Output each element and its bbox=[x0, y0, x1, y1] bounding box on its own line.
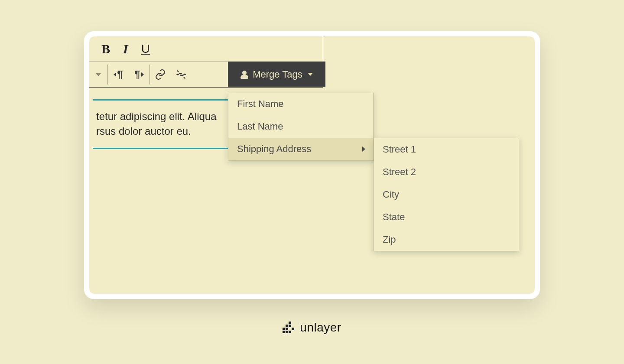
svg-line-1 bbox=[184, 78, 185, 78]
editor-viewport: B I U ¶ ¶ bbox=[89, 36, 535, 294]
person-icon bbox=[240, 71, 248, 78]
link-icon bbox=[155, 69, 166, 80]
merge-tag-item-first-name[interactable]: First Name bbox=[228, 93, 373, 115]
submenu-label: City bbox=[383, 189, 399, 200]
submenu-item-zip[interactable]: Zip bbox=[374, 228, 519, 251]
rtl-button[interactable]: ¶ bbox=[129, 62, 150, 87]
merge-tags-button[interactable]: Merge Tags bbox=[228, 62, 325, 87]
unlink-icon bbox=[176, 69, 187, 80]
caret-down-icon bbox=[96, 73, 101, 76]
shipping-address-submenu: Street 1 Street 2 City State Zip bbox=[374, 138, 519, 251]
merge-tag-label: Last Name bbox=[237, 121, 283, 132]
merge-tag-label: First Name bbox=[237, 98, 284, 110]
submenu-label: Street 2 bbox=[383, 166, 416, 178]
submenu-item-state[interactable]: State bbox=[374, 206, 519, 228]
chevron-right-icon bbox=[362, 146, 365, 152]
submenu-item-street-1[interactable]: Street 1 bbox=[374, 138, 519, 161]
toolbar-row-formatting: B I U bbox=[89, 36, 323, 62]
merge-tags-label: Merge Tags bbox=[253, 69, 302, 80]
submenu-label: State bbox=[383, 211, 405, 223]
merge-tag-item-shipping-address[interactable]: Shipping Address bbox=[228, 138, 373, 160]
pilcrow-icon: ¶ bbox=[117, 68, 123, 81]
underline-button[interactable]: U bbox=[141, 42, 150, 56]
toolbar-divider bbox=[150, 65, 150, 84]
card-frame: B I U ¶ ¶ bbox=[84, 31, 540, 299]
merge-tag-item-last-name[interactable]: Last Name bbox=[228, 115, 373, 138]
footer: unlayer bbox=[0, 321, 624, 335]
link-button[interactable] bbox=[150, 62, 171, 87]
svg-line-0 bbox=[177, 71, 178, 72]
merge-tag-label: Shipping Address bbox=[237, 143, 311, 155]
pilcrow-icon: ¶ bbox=[134, 68, 140, 81]
triangle-left-icon bbox=[114, 72, 116, 77]
bold-button[interactable]: B bbox=[101, 42, 110, 56]
brand-name: unlayer bbox=[300, 321, 341, 335]
ltr-button[interactable]: ¶ bbox=[108, 62, 129, 87]
unlink-button[interactable] bbox=[171, 62, 192, 87]
toolbar-divider bbox=[107, 65, 108, 84]
submenu-item-street-2[interactable]: Street 2 bbox=[374, 161, 519, 183]
merge-tags-dropdown: First Name Last Name Shipping Address bbox=[228, 93, 374, 161]
submenu-label: Street 1 bbox=[383, 144, 416, 155]
submenu-item-city[interactable]: City bbox=[374, 183, 519, 206]
italic-button[interactable]: I bbox=[123, 42, 128, 56]
unlayer-logo-icon bbox=[283, 322, 295, 334]
caret-down-icon bbox=[308, 73, 313, 76]
submenu-label: Zip bbox=[383, 234, 396, 245]
dropdown-indicator-button[interactable] bbox=[89, 62, 107, 87]
triangle-right-icon bbox=[141, 72, 144, 77]
